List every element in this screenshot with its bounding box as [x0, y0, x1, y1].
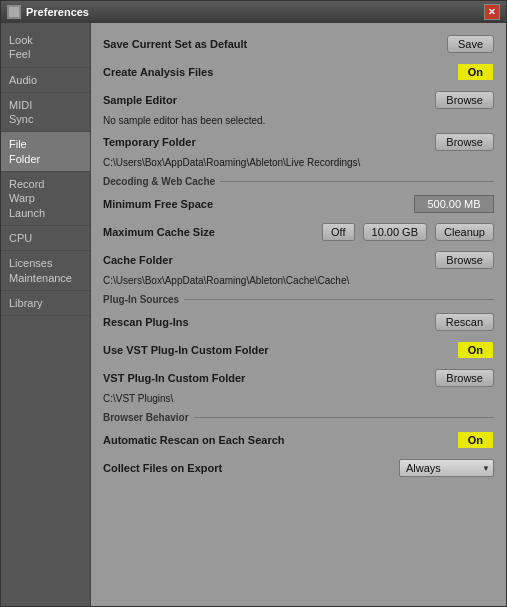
decoding-section-line [220, 181, 494, 182]
sidebar: LookFeel Audio MIDISync FileFolder Recor… [1, 23, 91, 606]
use-vst-row: Use VST Plug-In Custom Folder On [103, 339, 494, 361]
save-current-set-row: Save Current Set as Default Save [103, 33, 494, 55]
cache-folder-label: Cache Folder [103, 254, 435, 266]
vst-custom-folder-browse-button[interactable]: Browse [435, 369, 494, 387]
auto-rescan-label: Automatic Rescan on Each Search [103, 434, 457, 446]
cache-folder-path: C:\Users\Box\AppData\Roaming\Ableton\Cac… [103, 275, 494, 286]
collect-files-dropdown[interactable]: Always Ask Never [399, 459, 494, 477]
vst-custom-folder-label: VST Plug-In Custom Folder [103, 372, 435, 384]
sidebar-item-audio[interactable]: Audio [1, 68, 90, 93]
create-analysis-toggle[interactable]: On [457, 63, 494, 81]
sample-editor-row: Sample Editor Browse [103, 89, 494, 111]
sidebar-item-midi-sync[interactable]: MIDISync [1, 93, 90, 133]
vst-custom-folder-row: VST Plug-In Custom Folder Browse [103, 367, 494, 389]
temporary-folder-path: C:\Users\Box\AppData\Roaming\Ableton\Liv… [103, 157, 494, 168]
app-icon [7, 5, 21, 19]
max-cache-off-button[interactable]: Off [322, 223, 354, 241]
sidebar-item-file-folder[interactable]: FileFolder [1, 132, 90, 172]
content-area: LookFeel Audio MIDISync FileFolder Recor… [1, 23, 506, 606]
sample-editor-path: No sample editor has been selected. [103, 115, 494, 126]
preferences-window: Preferences ✕ LookFeel Audio MIDISync Fi… [0, 0, 507, 607]
save-button[interactable]: Save [447, 35, 494, 53]
sidebar-item-licenses-maintenance[interactable]: LicensesMaintenance [1, 251, 90, 291]
sidebar-item-look-feel[interactable]: LookFeel [1, 28, 90, 68]
window-title: Preferences [26, 6, 89, 18]
max-cache-size-row: Maximum Cache Size Off 10.00 GB Cleanup [103, 221, 494, 243]
sample-editor-label: Sample Editor [103, 94, 435, 106]
create-analysis-label: Create Analysis Files [103, 66, 457, 78]
decoding-section-divider: Decoding & Web Cache [103, 176, 494, 187]
max-cache-controls: Off 10.00 GB Cleanup [322, 223, 494, 241]
use-vst-toggle[interactable]: On [457, 341, 494, 359]
cache-folder-row: Cache Folder Browse [103, 249, 494, 271]
browser-behavior-section-label: Browser Behavior [103, 412, 194, 423]
min-free-space-row: Minimum Free Space 500.00 MB [103, 193, 494, 215]
browser-behavior-section-line [194, 417, 494, 418]
min-free-space-label: Minimum Free Space [103, 198, 414, 210]
cache-folder-browse-button[interactable]: Browse [435, 251, 494, 269]
min-free-space-value: 500.00 MB [414, 195, 494, 213]
temporary-folder-row: Temporary Folder Browse [103, 131, 494, 153]
auto-rescan-row: Automatic Rescan on Each Search On [103, 429, 494, 451]
rescan-plugins-row: Rescan Plug-Ins Rescan [103, 311, 494, 333]
max-cache-size-label: Maximum Cache Size [103, 226, 322, 238]
plugin-sources-section-line [184, 299, 494, 300]
rescan-button[interactable]: Rescan [435, 313, 494, 331]
sidebar-item-library[interactable]: Library [1, 291, 90, 316]
title-bar: Preferences ✕ [1, 1, 506, 23]
cleanup-button[interactable]: Cleanup [435, 223, 494, 241]
temporary-folder-label: Temporary Folder [103, 136, 435, 148]
temporary-folder-browse-button[interactable]: Browse [435, 133, 494, 151]
plugin-sources-section-divider: Plug-In Sources [103, 294, 494, 305]
max-cache-size-display: 10.00 GB [363, 223, 427, 241]
collect-files-label: Collect Files on Export [103, 462, 399, 474]
sample-editor-browse-button[interactable]: Browse [435, 91, 494, 109]
rescan-plugins-label: Rescan Plug-Ins [103, 316, 435, 328]
title-bar-left: Preferences [7, 5, 89, 19]
main-panel: Save Current Set as Default Save Create … [91, 23, 506, 606]
use-vst-label: Use VST Plug-In Custom Folder [103, 344, 457, 356]
sidebar-item-record-warp-launch[interactable]: RecordWarpLaunch [1, 172, 90, 226]
plugin-sources-section-label: Plug-In Sources [103, 294, 184, 305]
collect-files-select-wrapper: Always Ask Never [399, 459, 494, 477]
save-current-set-label: Save Current Set as Default [103, 38, 447, 50]
decoding-section-label: Decoding & Web Cache [103, 176, 220, 187]
browser-behavior-section-divider: Browser Behavior [103, 412, 494, 423]
close-button[interactable]: ✕ [484, 4, 500, 20]
svg-rect-1 [9, 7, 19, 17]
vst-custom-folder-path: C:\VST Plugins\ [103, 393, 494, 404]
sidebar-item-cpu[interactable]: CPU [1, 226, 90, 251]
auto-rescan-toggle[interactable]: On [457, 431, 494, 449]
collect-files-row: Collect Files on Export Always Ask Never [103, 457, 494, 479]
create-analysis-row: Create Analysis Files On [103, 61, 494, 83]
